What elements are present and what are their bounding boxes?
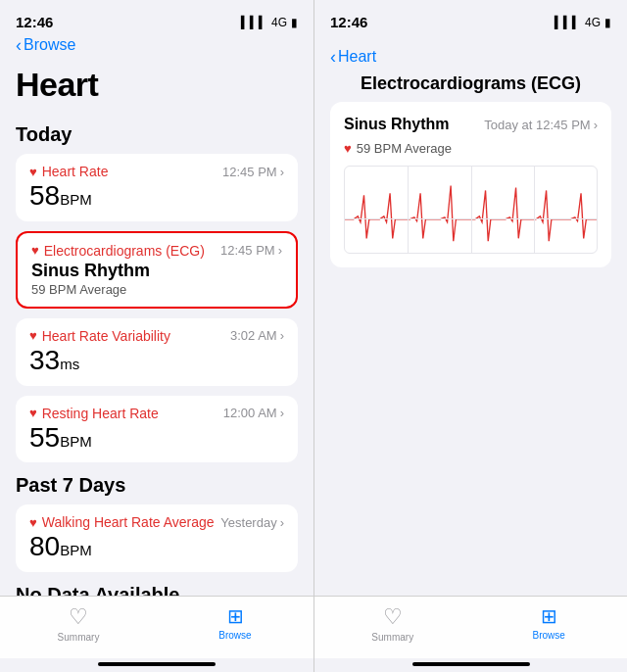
hrv-value: 33ms (29, 346, 284, 376)
tab-browse-right[interactable]: ⊞ Browse (471, 604, 628, 643)
chevron-right-ecg-detail: › (594, 118, 598, 132)
resting-hr-value: 55BPM (29, 423, 284, 454)
home-indicator-left (98, 662, 216, 666)
heart-rate-item[interactable]: ♥ Heart Rate 12:45 PM › 58BPM (16, 154, 298, 221)
ecg-bpm-text: 59 BPM Average (357, 141, 452, 156)
chevron-right-hr: › (280, 165, 284, 179)
ecg-detail-title: Sinus Rhythm (344, 116, 450, 133)
ecg-item[interactable]: ♥ Electrocardiograms (ECG) 12:45 PM › Si… (18, 233, 296, 307)
tab-summary-label-right: Summary (371, 632, 413, 643)
chevron-right-ecg: › (278, 243, 282, 258)
heart-rate-time: 12:45 PM › (222, 165, 284, 179)
hrv-label: Heart Rate Variability (42, 328, 170, 344)
chevron-left-icon-right: ‹ (330, 48, 336, 66)
chevron-left-icon-left: ‹ (16, 36, 22, 54)
scroll-content-left[interactable]: Today ♥ Heart Rate 12:45 PM › 58BPM (0, 112, 314, 596)
signal-bars-left: ▍▍▍ (241, 16, 267, 29)
battery-icon-right: ▮ (604, 16, 611, 29)
ecg-card-left[interactable]: ♥ Electrocardiograms (ECG) 12:45 PM › Si… (16, 231, 298, 309)
ecg-detail-time: Today at 12:45 PM › (484, 118, 598, 132)
status-time-left: 12:46 (16, 14, 53, 30)
tab-summary-label-left: Summary (58, 632, 100, 643)
section-header-nodata: No Data Available (16, 584, 298, 596)
chevron-right-hrv: › (280, 328, 284, 343)
section-header-past7: Past 7 Days (16, 474, 298, 497)
signal-bars-right: ▍▍▍ (555, 16, 581, 29)
tab-browse-label-left: Browse (218, 630, 251, 641)
heart-rate-unit: BPM (60, 191, 92, 208)
walking-hr-heart-icon: ♥ (29, 515, 37, 530)
section-header-today: Today (16, 123, 298, 146)
battery-icon-left: ▮ (291, 16, 298, 29)
ecg-label: Electrocardiograms (ECG) (44, 243, 205, 259)
resting-hr-card[interactable]: ♥ Resting Heart Rate 12:00 AM › 55BPM (16, 396, 298, 463)
browse-icon-right: ⊞ (541, 604, 557, 628)
status-icons-right: ▍▍▍ 4G ▮ (555, 16, 611, 29)
walking-hr-label: Walking Heart Rate Average (42, 514, 215, 530)
tab-browse-label-right: Browse (533, 630, 565, 641)
resting-hr-unit: BPM (60, 433, 92, 450)
status-bar-right: 12:46 ▍▍▍ 4G ▮ (314, 0, 627, 34)
ecg-grid-line-1 (408, 167, 409, 253)
tab-bar-left: ♡ Summary ⊞ Browse (0, 596, 314, 658)
network-type-left: 4G (271, 16, 287, 29)
heart-rate-label: Heart Rate (42, 164, 109, 179)
ecg-grid-line-2 (471, 167, 472, 253)
ecg-heart-icon: ♥ (31, 243, 39, 258)
back-button-left[interactable]: ‹ Browse (16, 36, 298, 54)
hrv-time: 3:02 AM › (230, 328, 284, 343)
back-button-right[interactable]: ‹ Heart (330, 48, 376, 66)
ecg-subvalue: 59 BPM Average (31, 282, 282, 297)
right-panel: 12:46 ▍▍▍ 4G ▮ ‹ Heart Electrocardiogram… (314, 0, 627, 672)
resting-hr-label: Resting Heart Rate (42, 406, 159, 421)
resting-hr-time: 12:00 AM › (223, 406, 284, 420)
walking-hr-unit: BPM (60, 542, 92, 558)
ecg-grid-line-3 (534, 167, 535, 253)
back-label-right: Heart (338, 48, 376, 66)
summary-icon-left: ♡ (69, 604, 88, 630)
ecg-bpm-label: ♥ 59 BPM Average (344, 141, 598, 156)
resting-hr-item[interactable]: ♥ Resting Heart Rate 12:00 AM › 55BPM (16, 396, 298, 463)
heart-rate-heart-icon: ♥ (29, 165, 37, 179)
network-type-right: 4G (585, 16, 601, 29)
heart-rate-value: 58BPM (29, 181, 284, 212)
ecg-detail-card[interactable]: Sinus Rhythm Today at 12:45 PM › ♥ 59 BP… (330, 102, 611, 267)
ecg-chart (344, 166, 598, 254)
home-indicator-right (412, 662, 530, 666)
nav-bar-left: ‹ Browse (0, 34, 314, 62)
status-icons-left: ▍▍▍ 4G ▮ (241, 16, 298, 29)
detail-scroll[interactable]: Sinus Rhythm Today at 12:45 PM › ♥ 59 BP… (314, 102, 627, 596)
hrv-item[interactable]: ♥ Heart Rate Variability 3:02 AM › 33ms (16, 318, 298, 386)
hrv-card[interactable]: ♥ Heart Rate Variability 3:02 AM › 33ms (16, 318, 298, 386)
ecg-heart-detail-icon: ♥ (344, 141, 352, 156)
back-label-left: Browse (24, 36, 75, 54)
browse-icon-left: ⊞ (227, 604, 244, 628)
walking-hr-value: 80BPM (29, 532, 284, 562)
summary-icon-right: ♡ (383, 604, 403, 630)
left-panel: 12:46 ▍▍▍ 4G ▮ ‹ Browse Heart Today ♥ He… (0, 0, 314, 672)
ecg-detail-card-header: Sinus Rhythm Today at 12:45 PM › (344, 116, 598, 133)
detail-page-title: Electrocardiograms (ECG) (330, 73, 611, 94)
tab-summary-left[interactable]: ♡ Summary (0, 604, 157, 643)
status-bar-left: 12:46 ▍▍▍ 4G ▮ (0, 0, 314, 34)
tab-summary-right[interactable]: ♡ Summary (314, 604, 471, 643)
hrv-heart-icon: ♥ (29, 328, 37, 343)
walking-hr-card[interactable]: ♥ Walking Heart Rate Average Yesterday ›… (16, 504, 298, 572)
status-time-right: 12:46 (330, 14, 367, 30)
resting-hr-heart-icon: ♥ (29, 406, 37, 420)
page-title: Heart (16, 66, 298, 104)
page-title-area: Heart (0, 62, 314, 112)
hrv-unit: ms (60, 356, 79, 372)
chevron-right-whr: › (280, 515, 284, 530)
ecg-time: 12:45 PM › (220, 243, 282, 258)
tab-browse-left[interactable]: ⊞ Browse (157, 604, 314, 643)
ecg-baseline (345, 218, 597, 219)
walking-hr-item[interactable]: ♥ Walking Heart Rate Average Yesterday ›… (16, 504, 298, 572)
detail-nav: ‹ Heart (314, 34, 627, 70)
walking-hr-time: Yesterday › (220, 515, 284, 530)
ecg-title-bold: Sinus Rhythm (31, 261, 282, 281)
detail-title-bar: Electrocardiograms (ECG) (314, 70, 627, 102)
tab-bar-right: ♡ Summary ⊞ Browse (314, 596, 627, 658)
chevron-right-rhr: › (280, 406, 284, 420)
heart-rate-card[interactable]: ♥ Heart Rate 12:45 PM › 58BPM (16, 154, 298, 221)
